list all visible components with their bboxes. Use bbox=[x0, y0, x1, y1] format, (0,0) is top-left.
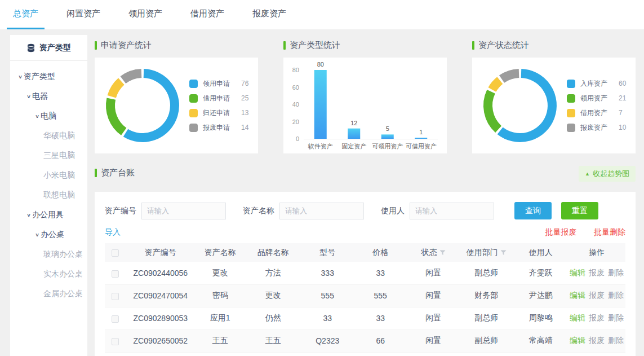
table-cell: 33 bbox=[301, 307, 353, 329]
table-cell: 齐雯跃 bbox=[514, 262, 568, 284]
tree-item-资产类型[interactable]: ∨资产类型 bbox=[10, 67, 87, 86]
chart-card-status: 入库资产60领用资产21借用资产7报废资产10 bbox=[472, 58, 636, 153]
tree-item-电脑[interactable]: ∨电脑 bbox=[10, 106, 87, 126]
links-row: 导入 批量报废 批量删除 bbox=[105, 227, 625, 238]
filter-label: 使用人 bbox=[381, 206, 405, 216]
使用人-input[interactable] bbox=[410, 203, 494, 219]
table-cell: 555 bbox=[353, 284, 407, 307]
batch-scrap-link[interactable]: 批量报废 bbox=[545, 227, 577, 236]
svg-text:可借用资产: 可借用资产 bbox=[406, 143, 437, 150]
tree-item-label: 三星电脑 bbox=[43, 151, 75, 160]
caret-down-icon: ∨ bbox=[18, 69, 23, 85]
tab-总资产[interactable]: 总资产 bbox=[7, 0, 45, 29]
table-row: ZC0902890053应用1仍然3333闲置副总师周黎鸣编辑报废删除 bbox=[105, 307, 625, 329]
svg-text:20: 20 bbox=[292, 118, 299, 125]
caret-up-icon: ▲ bbox=[585, 171, 590, 177]
table-cell: 尹达鹏 bbox=[514, 284, 568, 307]
table-cell: 方法 bbox=[245, 262, 301, 284]
main-content: 申请资产统计领用申请76借用申请25归还申请13报废申请14资产类型统计0204… bbox=[95, 35, 636, 356]
row-checkbox[interactable] bbox=[112, 315, 119, 323]
select-all-checkbox[interactable] bbox=[112, 249, 119, 257]
legend-swatch bbox=[189, 94, 198, 103]
scrap-link[interactable]: 报废 bbox=[589, 313, 605, 322]
table-cell: ZC0902650052 bbox=[126, 329, 196, 352]
legend-swatch bbox=[189, 124, 198, 132]
row-actions-cell: 编辑报废删除 bbox=[568, 284, 625, 307]
row-checkbox[interactable] bbox=[112, 270, 119, 278]
tree-item-小米电脑[interactable]: 小米电脑 bbox=[10, 165, 87, 185]
svg-text:软件资产: 软件资产 bbox=[308, 143, 333, 150]
row-checkbox[interactable] bbox=[112, 338, 119, 345]
tab-借用资产[interactable]: 借用资产 bbox=[184, 0, 230, 29]
tree-item-实木办公桌[interactable]: 实木办公桌 bbox=[10, 264, 87, 284]
legend-item: 报废资产10 bbox=[567, 120, 626, 135]
edit-link[interactable]: 编辑 bbox=[570, 313, 585, 322]
scrap-link[interactable]: 报废 bbox=[589, 268, 605, 277]
svg-text:1: 1 bbox=[419, 129, 423, 135]
delete-link[interactable]: 删除 bbox=[608, 336, 624, 345]
legend-swatch bbox=[567, 80, 575, 88]
chart-title-text: 申请资产统计 bbox=[101, 40, 152, 51]
legend-label: 借用申请 bbox=[203, 94, 236, 103]
asset-table: 资产编号资产名称品牌名称型号价格状态使用部门使用人操作 ZC0902440056… bbox=[105, 243, 625, 356]
delete-link[interactable]: 删除 bbox=[608, 268, 624, 277]
table-cell: 闲置 bbox=[407, 307, 459, 329]
table-cell: 闲置 bbox=[407, 329, 459, 352]
tab-领用资产[interactable]: 领用资产 bbox=[122, 0, 168, 29]
caret-down-icon: ∨ bbox=[35, 109, 39, 125]
scrap-link[interactable]: 报废 bbox=[589, 291, 605, 300]
svg-text:80: 80 bbox=[317, 61, 324, 68]
tree-item-联想电脑[interactable]: 联想电脑 bbox=[10, 185, 87, 205]
donut-svg-apply bbox=[100, 63, 185, 148]
legend-item: 借用申请25 bbox=[189, 91, 248, 106]
filter-label: 资产编号 bbox=[105, 206, 136, 216]
legend-value: 10 bbox=[619, 124, 626, 131]
tree-item-电器[interactable]: ∨电器 bbox=[10, 86, 87, 106]
filter-row: 资产编号资产名称使用人查询重置 bbox=[105, 202, 625, 219]
ledger-title: 资产台账 bbox=[95, 167, 135, 178]
tab-bar: 总资产闲置资产领用资产借用资产报废资产 bbox=[0, 0, 644, 29]
tree-item-办公用具[interactable]: ∨办公用具 bbox=[10, 205, 87, 225]
table-cell: 闲置 bbox=[407, 262, 459, 284]
edit-link[interactable]: 编辑 bbox=[570, 336, 585, 345]
collapse-trend-button[interactable]: ▲ 收起趋势图 bbox=[579, 166, 636, 182]
column-header-状态: 状态 bbox=[407, 243, 459, 262]
row-actions-cell: 编辑报废删除 bbox=[568, 352, 625, 356]
donut-chart: 入库资产60领用资产21借用资产7报废资产10 bbox=[472, 63, 636, 148]
tab-闲置资产[interactable]: 闲置资产 bbox=[60, 0, 106, 29]
delete-link[interactable]: 删除 bbox=[608, 313, 624, 322]
filter-icon[interactable] bbox=[500, 250, 507, 256]
tree-item-label: 资产类型 bbox=[24, 72, 55, 81]
column-header-label: 资产编号 bbox=[145, 248, 176, 257]
table-cell: 闲置 bbox=[407, 284, 459, 307]
reset-button[interactable]: 重置 bbox=[561, 202, 598, 219]
scrap-link[interactable]: 报废 bbox=[589, 336, 605, 345]
tree-item-label: 华硕电脑 bbox=[43, 131, 75, 140]
column-header-品牌名称: 品牌名称 bbox=[245, 243, 301, 262]
batch-delete-link[interactable]: 批量删除 bbox=[594, 227, 625, 236]
tree-item-label: 办公桌 bbox=[41, 230, 64, 239]
资产名称-input[interactable] bbox=[279, 203, 364, 219]
search-button[interactable]: 查询 bbox=[514, 202, 552, 219]
edit-link[interactable]: 编辑 bbox=[570, 268, 585, 277]
tab-报废资产[interactable]: 报废资产 bbox=[246, 0, 292, 29]
legend-label: 归还申请 bbox=[203, 108, 236, 118]
tree-item-办公桌[interactable]: ∨办公桌 bbox=[10, 225, 87, 244]
tree-item-金属办公桌[interactable]: 金属办公桌 bbox=[10, 284, 87, 304]
row-checkbox[interactable] bbox=[112, 293, 119, 300]
filter-icon[interactable] bbox=[439, 250, 446, 256]
legend-item: 领用申请76 bbox=[189, 76, 248, 91]
edit-link[interactable]: 编辑 bbox=[570, 291, 585, 300]
tree-item-华硕电脑[interactable]: 华硕电脑 bbox=[10, 126, 87, 146]
import-link[interactable]: 导入 bbox=[105, 227, 121, 238]
column-header-label: 使用人 bbox=[529, 248, 553, 257]
tree-item-三星电脑[interactable]: 三星电脑 bbox=[10, 146, 87, 165]
chart-section-status: 资产状态统计入库资产60领用资产21借用资产7报废资产10 bbox=[472, 35, 636, 153]
column-header-label: 型号 bbox=[319, 248, 335, 257]
资产编号-input[interactable] bbox=[141, 203, 226, 219]
table-cell: 副总师 bbox=[459, 262, 514, 284]
tree-item-玻璃办公桌[interactable]: 玻璃办公桌 bbox=[10, 244, 87, 264]
filter-group: 资产编号 bbox=[105, 203, 226, 219]
delete-link[interactable]: 删除 bbox=[608, 291, 624, 300]
tree-item-label: 联想电脑 bbox=[43, 190, 75, 199]
